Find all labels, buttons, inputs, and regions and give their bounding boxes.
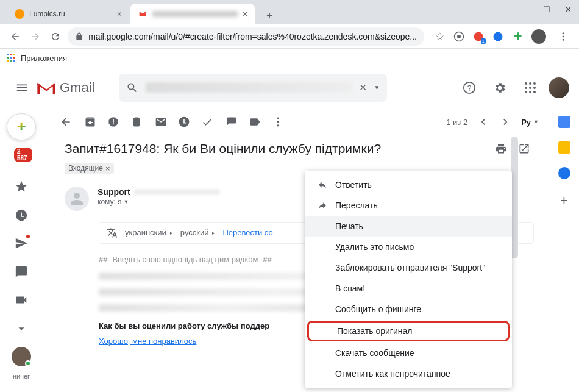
menu-reply[interactable]: Ответить (305, 174, 512, 195)
gmail-favicon (138, 9, 147, 19)
chip-close-icon[interactable]: × (105, 164, 110, 173)
account-avatar[interactable] (549, 77, 569, 98)
main-menu-button[interactable] (10, 76, 34, 100)
google-apps-button[interactable] (518, 76, 542, 100)
back-button[interactable] (7, 28, 23, 45)
compose-button[interactable]: + (7, 113, 36, 140)
profile-avatar[interactable] (531, 29, 546, 44)
browser-tab-active[interactable]: × (130, 4, 255, 24)
star-icon[interactable]: ✩ (434, 31, 445, 42)
translate-icon (107, 227, 118, 238)
gmail-logo[interactable]: Gmail (37, 80, 94, 96)
clear-search-button[interactable]: × (360, 80, 367, 94)
meet-button[interactable] (10, 290, 32, 310)
menu-delete[interactable]: Удалить это письмо (305, 237, 512, 257)
menu-show-original[interactable]: Показать оригинал (307, 321, 510, 341)
address-bar: mail.google.com/mail/u/0/#create-filter/… (0, 24, 579, 49)
url-text: mail.google.com/mail/u/0/#create-filter/… (88, 32, 417, 41)
inbox-chip[interactable]: Входящие× (65, 163, 114, 174)
svg-point-9 (277, 121, 279, 123)
sidebar: + 2 587 ничег (0, 107, 43, 386)
print-button[interactable] (495, 143, 507, 155)
next-message-button[interactable] (499, 116, 511, 128)
translate-to[interactable]: русский▸ (180, 228, 216, 237)
prev-message-button[interactable] (477, 116, 489, 128)
menu-forward[interactable]: Переслать (305, 195, 512, 216)
addons-side-panel: + (549, 107, 579, 386)
close-icon[interactable]: × (117, 9, 122, 19)
message-context-menu: Ответить Переслать Печать Удалить это пи… (305, 171, 512, 388)
menu-block[interactable]: Заблокировать отправителя "Support" (305, 257, 512, 278)
inbox-button[interactable]: 2 587 (10, 149, 32, 169)
move-button[interactable] (226, 116, 238, 128)
svg-text:?: ? (467, 83, 471, 92)
extension-icon[interactable]: 1 (473, 31, 484, 42)
new-tab-button[interactable]: + (261, 7, 278, 24)
sender-name: Support (98, 187, 130, 197)
svg-point-8 (277, 118, 279, 119)
tasks-addon-button[interactable] (558, 167, 570, 179)
delete-button[interactable] (130, 116, 143, 128)
mark-unread-button[interactable] (155, 116, 167, 128)
search-icon (126, 82, 138, 94)
inbox-badge: 2 587 (14, 148, 32, 162)
svg-point-6 (563, 38, 564, 40)
sent-button[interactable] (10, 233, 32, 254)
gmail-header: Gmail × ▼ ? (0, 68, 579, 107)
search-input[interactable] (146, 82, 352, 93)
add-task-button[interactable] (201, 116, 213, 128)
menu-spam[interactable]: В спам! (305, 278, 512, 299)
chip-label: Входящие (68, 164, 103, 173)
search-options-button[interactable]: ▼ (374, 84, 380, 91)
maximize-button[interactable]: ☐ (543, 5, 550, 14)
lock-icon (75, 32, 83, 41)
gmail-brand-text: Gmail (60, 80, 94, 96)
translate-action[interactable]: Перевести со (222, 228, 272, 237)
more-actions-button[interactable] (272, 116, 284, 128)
forward-icon (317, 201, 328, 210)
archive-button[interactable] (84, 116, 96, 128)
browser-tab[interactable]: Lumpics.ru × (7, 4, 129, 24)
menu-print[interactable]: Печать (305, 216, 512, 237)
sender-email-redacted (134, 189, 219, 195)
extension-icon[interactable] (492, 31, 503, 42)
open-window-button[interactable] (518, 143, 530, 155)
search-box[interactable]: × ▼ (119, 74, 387, 102)
menu-phishing[interactable]: Сообщить о фишинге (305, 299, 512, 319)
minimize-button[interactable]: — (520, 5, 528, 14)
sender-avatar[interactable] (65, 187, 89, 211)
apps-bookmark[interactable]: Приложения (7, 54, 67, 63)
close-window-button[interactable]: ✕ (565, 5, 572, 14)
reload-button[interactable] (48, 28, 63, 45)
chat-button[interactable] (10, 262, 32, 282)
menu-download[interactable]: Скачать сообщение (305, 343, 512, 363)
browser-menu-button[interactable] (555, 28, 572, 45)
settings-button[interactable] (488, 76, 512, 100)
back-to-inbox-button[interactable] (60, 116, 72, 128)
plus-icon: + (16, 117, 26, 136)
tab-title (152, 11, 238, 17)
extension-icon[interactable]: ✚ (512, 31, 523, 42)
close-icon[interactable]: × (243, 9, 247, 19)
url-input[interactable]: mail.google.com/mail/u/0/#create-filter/… (68, 27, 424, 46)
get-addons-button[interactable]: + (560, 193, 568, 208)
extension-icon[interactable] (453, 31, 464, 42)
starred-button[interactable] (10, 177, 32, 197)
keep-addon-button[interactable] (558, 141, 570, 154)
input-lang-switch[interactable]: Ру▼ (521, 118, 539, 127)
spam-button[interactable] (107, 116, 119, 128)
svg-point-4 (563, 32, 564, 34)
support-button[interactable]: ? (457, 76, 481, 100)
more-button[interactable] (10, 319, 32, 339)
hangouts-avatar[interactable] (12, 347, 31, 366)
calendar-addon-button[interactable] (558, 116, 570, 128)
snooze-button[interactable] (178, 116, 190, 128)
menu-mark-unread[interactable]: Отметить как непрочитанное (305, 363, 512, 384)
snoozed-button[interactable] (10, 205, 32, 226)
email-subject: Запит#1617948: Як би Ви оцінили службу п… (65, 141, 534, 156)
svg-point-1 (457, 35, 461, 38)
translate-from[interactable]: украинский▸ (125, 228, 173, 237)
labels-button[interactable] (249, 116, 261, 128)
forward-button[interactable] (27, 28, 43, 45)
svg-point-5 (563, 35, 564, 37)
